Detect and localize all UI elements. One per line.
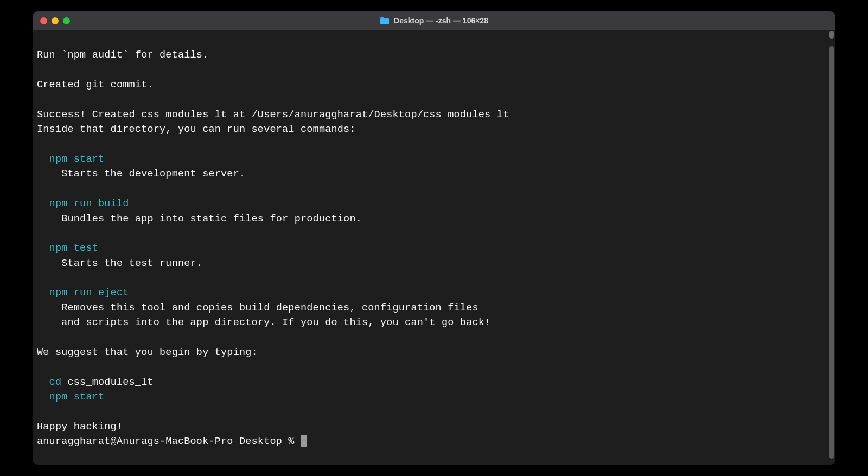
output-line: Inside that directory, you can run sever… — [37, 124, 356, 135]
output-line: Happy hacking! — [37, 421, 123, 433]
npm-run-build-cmd: npm run build — [37, 198, 129, 210]
window-title: Desktop — -zsh — 106×28 — [380, 16, 488, 25]
output-line: Bundles the app into static files for pr… — [37, 213, 362, 225]
close-button[interactable] — [40, 17, 47, 24]
output-line: Starts the test runner. — [37, 258, 202, 269]
minimize-button[interactable] — [52, 17, 59, 24]
traffic-lights — [40, 17, 70, 24]
output-line: and scripts into the app directory. If y… — [37, 317, 490, 328]
window-title-text: Desktop — -zsh — 106×28 — [394, 16, 488, 25]
maximize-button[interactable] — [63, 17, 70, 24]
output-line: Starts the development server. — [37, 168, 245, 180]
titlebar[interactable]: Desktop — -zsh — 106×28 — [33, 11, 835, 30]
cd-cmd: cd — [37, 377, 61, 388]
terminal-body[interactable]: Run `npm audit` for details. Created git… — [33, 30, 835, 465]
npm-start-cmd: npm start — [37, 154, 104, 165]
scrollbar[interactable] — [829, 46, 834, 459]
folder-icon — [380, 17, 390, 24]
output-line: Run `npm audit` for details. — [37, 49, 208, 61]
terminal-output: Run `npm audit` for details. Created git… — [37, 33, 831, 449]
terminal-window: Desktop — -zsh — 106×28 Run `npm audit` … — [33, 11, 835, 465]
svg-rect-0 — [380, 18, 389, 24]
output-line: Success! Created css_modules_lt at /User… — [37, 109, 509, 120]
cd-arg: css_modules_lt — [61, 377, 154, 388]
output-line: Created git commit. — [37, 79, 154, 91]
npm-test-cmd: npm test — [37, 243, 98, 254]
output-line: Removes this tool and copies build depen… — [37, 302, 478, 314]
shell-prompt: anuraggharat@Anurags-MacBook-Pro Desktop… — [37, 436, 301, 447]
scrollbar-top[interactable] — [829, 31, 834, 39]
npm-start-suggest: npm start — [37, 391, 104, 403]
npm-run-eject-cmd: npm run eject — [37, 287, 129, 299]
cursor[interactable] — [301, 435, 307, 447]
output-line: We suggest that you begin by typing: — [37, 347, 258, 358]
